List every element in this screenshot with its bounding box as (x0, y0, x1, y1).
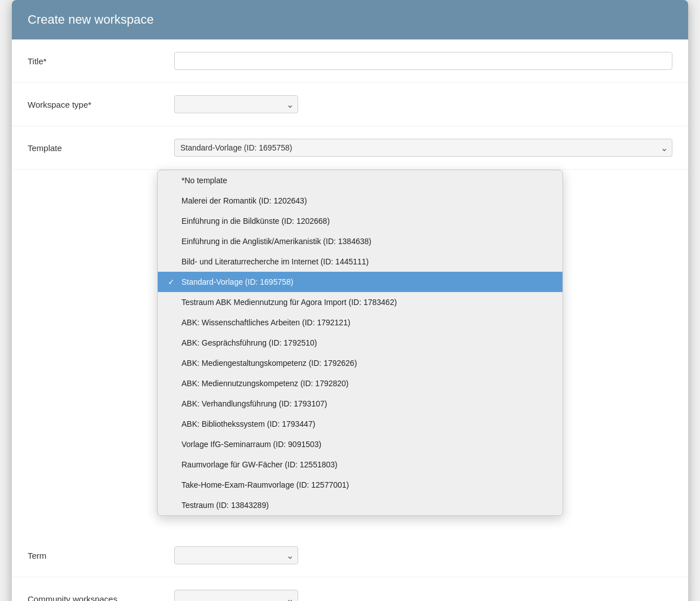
title-input[interactable] (174, 52, 672, 70)
dropdown-item-label: Raumvorlage für GW-Fächer (ID: 12551803) (181, 460, 338, 469)
dropdown-item-label: *No template (181, 176, 227, 185)
community-select-wrapper: ⌄ (174, 590, 298, 601)
modal-title: Create new workspace (28, 12, 154, 26)
dropdown-item-label: ABK: Bibliothekssystem (ID: 1793447) (181, 419, 315, 428)
dropdown-item-label: ABK: Verhandlungsführung (ID: 1793107) (181, 399, 327, 408)
create-workspace-modal: Create new workspace Title* Workspace ty… (12, 0, 688, 601)
dropdown-item-label: Malerei der Romantik (ID: 1202643) (181, 196, 307, 205)
dropdown-item[interactable]: ABK: Mediengestaltungskompetenz (ID: 179… (158, 353, 562, 373)
template-selected-value: Standard-Vorlage (ID: 1695758) (180, 143, 292, 152)
term-select[interactable] (174, 546, 298, 564)
dropdown-item-label: Einführung in die Anglistik/Amerikanisti… (181, 237, 371, 246)
template-dropdown-overlay: *No templateMalerei der Romantik (ID: 12… (157, 170, 563, 516)
dropdown-item[interactable]: ABK: Wissenschaftliches Arbeiten (ID: 17… (158, 312, 562, 333)
title-label: Title* (28, 52, 174, 67)
dropdown-item-label: ABK: Wissenschaftliches Arbeiten (ID: 17… (181, 318, 351, 327)
dropdown-item-label: ABK: Mediengestaltungskompetenz (ID: 179… (181, 359, 357, 368)
community-workspaces-row: Community workspaces ⌄ (12, 577, 688, 601)
term-select-wrapper: ⌄ (174, 546, 298, 564)
template-label: Template (28, 139, 174, 154)
dropdown-item[interactable]: Einführung in die Anglistik/Amerikanisti… (158, 231, 562, 251)
community-workspaces-link[interactable]: Community workspaces (28, 594, 117, 601)
dropdown-item-label: Standard-Vorlage (ID: 1695758) (181, 277, 293, 286)
dropdown-item-label: Take-Home-Exam-Raumvorlage (ID: 12577001… (181, 480, 349, 489)
dropdown-item-label: Vorlage IfG-Seminarraum (ID: 9091503) (181, 440, 321, 449)
dropdown-item[interactable]: ABK: Bibliothekssystem (ID: 1793447) (158, 414, 562, 434)
title-row: Title* (12, 39, 688, 83)
dropdown-item[interactable]: Raumvorlage für GW-Fächer (ID: 12551803) (158, 454, 562, 475)
dropdown-item-label: Testraum (ID: 13843289) (181, 501, 269, 510)
workspace-type-row: Workspace type* ⌄ (12, 83, 688, 126)
community-workspaces-label: Community workspaces (28, 590, 174, 601)
workspace-type-control: ⌄ (174, 95, 672, 113)
workspace-type-label: Workspace type* (28, 95, 174, 111)
dropdown-item[interactable]: ✓Standard-Vorlage (ID: 1695758) (158, 272, 562, 292)
dropdown-item-label: Testraum ABK Mediennutzung für Agora Imp… (181, 298, 397, 307)
check-icon: ✓ (168, 277, 177, 286)
term-row: Term ⌄ (12, 534, 688, 577)
template-select-button[interactable]: Standard-Vorlage (ID: 1695758) (174, 139, 672, 157)
modal-header: Create new workspace (12, 0, 688, 39)
template-select-wrapper: Standard-Vorlage (ID: 1695758) ⌄ (174, 139, 672, 157)
workspace-type-select-wrapper: ⌄ (174, 95, 298, 113)
dropdown-item[interactable]: ABK: Verhandlungsführung (ID: 1793107) (158, 394, 562, 414)
dropdown-item-label: Einführung in die Bildkünste (ID: 120266… (181, 216, 330, 226)
dropdown-item[interactable]: Vorlage IfG-Seminarraum (ID: 9091503) (158, 434, 562, 454)
dropdown-item[interactable]: Testraum (ID: 13843289) (158, 495, 562, 515)
dropdown-item[interactable]: *No template (158, 170, 562, 191)
workspace-type-select[interactable] (174, 95, 298, 113)
dropdown-item[interactable]: ABK: Mediennutzungskompetenz (ID: 179282… (158, 373, 562, 394)
dropdown-item[interactable]: Take-Home-Exam-Raumvorlage (ID: 12577001… (158, 475, 562, 495)
term-control: ⌄ (174, 546, 672, 564)
dropdown-item-label: Bild- und Literaturrecherche im Internet… (181, 257, 369, 266)
title-control (174, 52, 672, 70)
community-workspaces-control: ⌄ (174, 590, 672, 601)
dropdown-item-label: ABK: Gesprächsführung (ID: 1792510) (181, 338, 317, 347)
term-label: Term (28, 546, 174, 562)
community-select[interactable] (174, 590, 298, 601)
dropdown-item[interactable]: Bild- und Literaturrecherche im Internet… (158, 251, 562, 272)
template-control: Standard-Vorlage (ID: 1695758) ⌄ (174, 139, 672, 157)
dropdown-item[interactable]: Malerei der Romantik (ID: 1202643) (158, 191, 562, 211)
dropdown-item[interactable]: Einführung in die Bildkünste (ID: 120266… (158, 211, 562, 231)
dropdown-item-label: ABK: Mediennutzungskompetenz (ID: 179282… (181, 379, 349, 388)
dropdown-item[interactable]: ABK: Gesprächsführung (ID: 1792510) (158, 333, 562, 353)
modal-body: Title* Workspace type* ⌄ Template (12, 39, 688, 601)
dropdown-item[interactable]: Testraum ABK Mediennutzung für Agora Imp… (158, 292, 562, 312)
template-row: Template Standard-Vorlage (ID: 1695758) … (12, 126, 688, 170)
